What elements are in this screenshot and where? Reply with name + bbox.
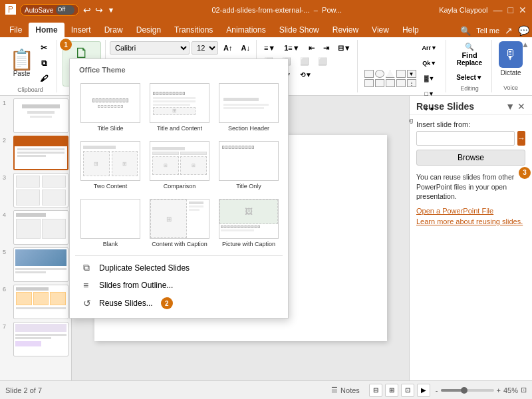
increase-indent-button[interactable]: ⇥ [320, 41, 332, 55]
undo-icon[interactable]: ↩ [83, 5, 91, 15]
reuse-open-file-link[interactable]: Open a PowerPoint File [416, 207, 525, 215]
tell-me-label[interactable]: Tell me [476, 27, 499, 35]
font-size-select[interactable]: 12 [192, 41, 218, 55]
tab-review[interactable]: Review [326, 23, 365, 37]
reuse-learn-more-link[interactable]: Learn more about reusing slides. [416, 217, 525, 225]
decrease-indent-button[interactable]: ⇤ [305, 41, 318, 55]
reuse-dropdown-icon[interactable]: ▼ [505, 101, 515, 112]
arrange-button[interactable]: Arr▼ [419, 41, 440, 55]
shape-item[interactable] [375, 79, 384, 87]
comment-icon[interactable]: 💬 [518, 25, 529, 36]
slide-img-5[interactable] [13, 247, 68, 282]
replace-button[interactable]: Replace [453, 56, 486, 69]
shape-outline-button[interactable]: □▼ [419, 87, 440, 100]
menu-reuse-slides[interactable]: ↺ Reuse Slides... 2 [75, 294, 283, 313]
layout-title-content[interactable]: ⊞ Title and Content [147, 80, 212, 134]
autosave-toggle[interactable]: Off [56, 5, 74, 15]
shape-item[interactable] [364, 70, 374, 78]
numbering-button[interactable]: 1≡▼ [281, 41, 303, 55]
reuse-go-button[interactable]: → [517, 131, 525, 146]
justify-button[interactable]: ⬜ [315, 55, 331, 68]
zoom-minus-icon[interactable]: - [436, 386, 438, 394]
convert-smartart-button[interactable]: ⟲▼ [297, 68, 315, 81]
maximize-button[interactable]: □ [508, 5, 513, 15]
slide-thumb-7[interactable]: 7 [3, 322, 68, 356]
slide-img-6[interactable] [13, 285, 68, 319]
collapse-ribbon-button[interactable]: ▲ [519, 37, 532, 52]
slide-sorter-button[interactable]: ⊞ [385, 384, 398, 397]
tab-animations[interactable]: Animations [219, 23, 272, 37]
quick-access-icon[interactable]: ▼ [107, 6, 114, 14]
select-button[interactable]: Select▼ [453, 70, 486, 84]
shape-item[interactable] [396, 70, 406, 78]
font-family-select[interactable]: Calibri [110, 41, 190, 55]
format-painter-button[interactable]: 🖌 [37, 72, 51, 85]
shape-item[interactable] [386, 79, 395, 87]
slide-thumb-5[interactable]: 5 [3, 247, 68, 282]
slide-img-2[interactable] [13, 136, 68, 170]
tab-help[interactable]: Help [396, 23, 426, 37]
shape-fill-button[interactable]: ▓▼ [419, 72, 440, 85]
layout-blank[interactable]: Blank [78, 196, 143, 250]
slide-thumb-4[interactable]: 4 [3, 210, 68, 245]
minimize-button[interactable]: — [493, 5, 503, 15]
layout-title-only[interactable]: Title Only [216, 138, 281, 192]
decrease-font-button[interactable]: A↓ [237, 41, 253, 55]
paste-button[interactable]: 📋 Paste [9, 50, 34, 77]
redo-icon[interactable]: ↪ [95, 5, 103, 15]
clipboard-group: 📋 Paste ✂ ⧉ 🖌 Clipboard [4, 40, 57, 92]
align-right-button[interactable]: ⬜ [297, 55, 313, 68]
reuse-source-input[interactable] [416, 131, 515, 146]
normal-view-button[interactable]: ⊟ [369, 384, 382, 397]
layout-title-slide[interactable]: Title Slide [78, 80, 143, 134]
tab-insert[interactable]: Insert [65, 23, 98, 37]
reuse-close-icon[interactable]: ✕ [517, 101, 525, 112]
slide-img-7[interactable] [13, 322, 68, 356]
quick-styles-button[interactable]: Qk▼ [419, 57, 440, 70]
menu-duplicate-slides[interactable]: ⧉ Duplicate Selected Slides [75, 259, 283, 277]
reading-view-button[interactable]: ⊡ [401, 384, 414, 397]
find-button[interactable]: 🔍 Find [453, 41, 486, 55]
slideshow-button[interactable]: ▶ [417, 384, 430, 397]
share-icon[interactable]: ↗ [505, 25, 513, 36]
shape-item[interactable] [364, 79, 374, 87]
layout-comparison[interactable]: ⊞ ⊞ Comparison [147, 138, 212, 192]
menu-slides-from-outline[interactable]: ≡ Slides from Outline... [75, 277, 283, 294]
layout-content-caption[interactable]: ⊞ Content with Caption [147, 196, 212, 250]
shape-item[interactable] [386, 70, 395, 78]
shape-effects-button[interactable]: ✧▼ [419, 102, 440, 116]
slide-thumb-6[interactable]: 6 [3, 285, 68, 319]
tab-slideshow[interactable]: Slide Show [273, 23, 326, 37]
slide-img-4[interactable] [13, 210, 68, 245]
shape-item[interactable] [375, 70, 384, 78]
autosave-badge[interactable]: AutoSave Off [20, 4, 79, 16]
drawing-side-btns: Arr▼ Qk▼ ▓▼ □▼ ✧▼ [419, 41, 440, 116]
zoom-bar[interactable] [441, 389, 494, 392]
copy-button[interactable]: ⧉ [37, 57, 51, 70]
shape-item[interactable] [396, 79, 406, 87]
layout-label-blank: Blank [103, 241, 118, 247]
slide-thumb-1[interactable]: 1 [3, 98, 68, 133]
reuse-browse-button[interactable]: Browse [416, 150, 525, 166]
notes-button[interactable]: ☰ Notes [327, 384, 364, 396]
tab-home[interactable]: Home [29, 23, 64, 37]
fit-page-icon[interactable]: ⊡ [521, 386, 527, 394]
tab-file[interactable]: File [3, 23, 29, 37]
slide-img-1[interactable] [13, 98, 68, 133]
cut-button[interactable]: ✂ [37, 41, 51, 55]
columns-button[interactable]: ⊟▼ [334, 41, 354, 55]
slide-thumb-2[interactable]: 2 [3, 136, 68, 170]
slide-img-3[interactable] [13, 173, 68, 207]
tab-design[interactable]: Design [130, 23, 168, 37]
layout-two-content[interactable]: ⊞ ⊞ Two Content [78, 138, 143, 192]
layout-picture-caption[interactable]: 🖼 Picture with Caption [216, 196, 281, 250]
tab-view[interactable]: View [365, 23, 396, 37]
layout-section-header[interactable]: Section Header [216, 80, 281, 134]
bullets-button[interactable]: ≡▼ [261, 41, 279, 55]
tab-transitions[interactable]: Transitions [168, 23, 219, 37]
zoom-plus-icon[interactable]: + [497, 386, 501, 394]
close-button[interactable]: ✕ [519, 5, 527, 15]
slide-thumb-3[interactable]: 3 [3, 173, 68, 207]
increase-font-button[interactable]: A↑ [220, 41, 235, 55]
tab-draw[interactable]: Draw [98, 23, 130, 37]
